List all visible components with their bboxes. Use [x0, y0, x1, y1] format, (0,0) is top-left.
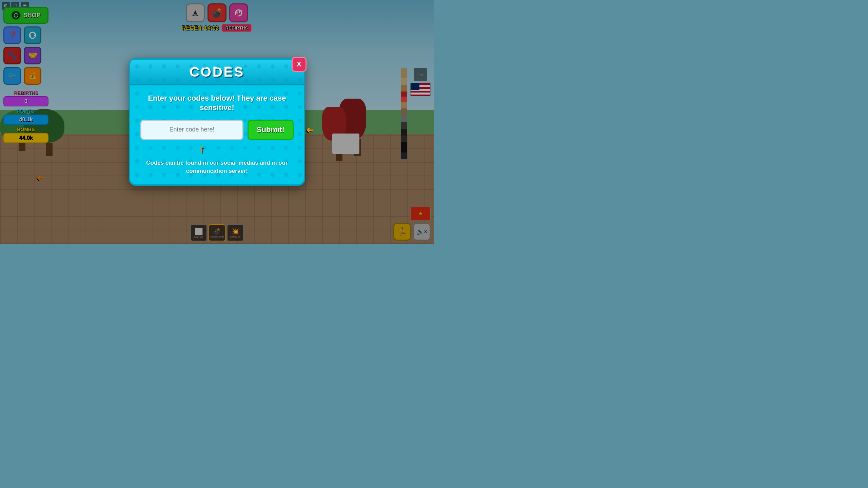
modal-title: CODES: [137, 64, 297, 80]
modal-footer: Codes can be found in our social medias …: [140, 159, 294, 175]
modal-subtitle: Enter your codes below! They are case se…: [140, 94, 294, 113]
modal-overlay: X CODES Enter your codes below! They are…: [0, 0, 434, 244]
codes-modal: X CODES Enter your codes below! They are…: [129, 58, 305, 186]
close-button[interactable]: X: [292, 57, 307, 72]
modal-body: Enter your codes below! They are case se…: [130, 85, 304, 185]
input-row: Submit! ➜ ↑: [140, 120, 294, 140]
code-input[interactable]: [140, 120, 243, 140]
arrow-up-input: ↑: [199, 142, 205, 156]
submit-button[interactable]: Submit!: [248, 120, 294, 140]
arrow-to-submit: ➜: [306, 124, 314, 135]
modal-header: CODES: [130, 60, 304, 85]
